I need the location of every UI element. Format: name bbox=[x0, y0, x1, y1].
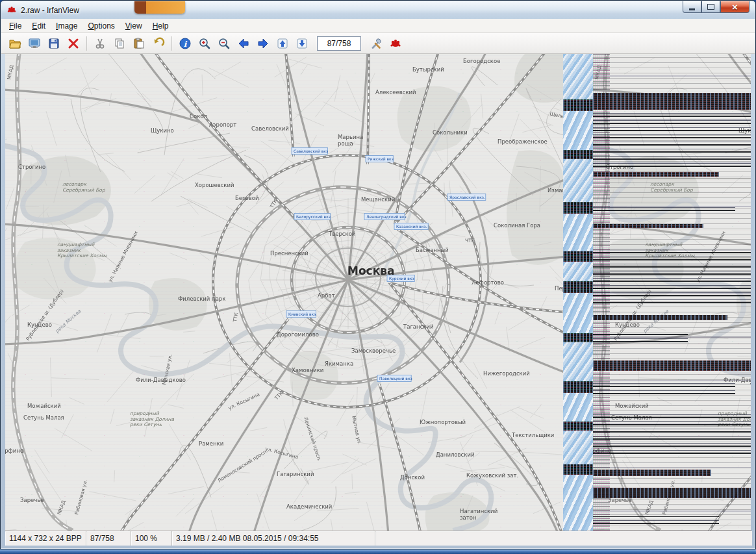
prev-image-icon bbox=[237, 37, 250, 50]
glitch-stripe-segment bbox=[563, 293, 593, 333]
windows-taskbar-edge[interactable] bbox=[0, 549, 756, 554]
glitch-noise-segment bbox=[563, 381, 593, 393]
delete-button[interactable] bbox=[64, 34, 83, 52]
glitch-noise-segment bbox=[563, 464, 593, 475]
glitch-noise-segment bbox=[563, 281, 593, 293]
status-bar: 1144 x 732 x 24 BPP 87/758 100 % 3.19 MB… bbox=[5, 531, 752, 546]
next-page-icon bbox=[296, 37, 309, 50]
glitch-noise-segment bbox=[563, 202, 593, 214]
glitch-stripe-segment bbox=[563, 475, 593, 531]
zoom-in-button[interactable] bbox=[195, 34, 214, 52]
delete-icon bbox=[67, 37, 80, 50]
maximize-button[interactable] bbox=[701, 1, 720, 13]
close-button[interactable]: × bbox=[720, 1, 750, 13]
about-irfanview-button[interactable] bbox=[386, 34, 405, 52]
glitch-noise-segment bbox=[563, 422, 593, 431]
glitch-stripe-segment bbox=[563, 342, 593, 381]
title-bar[interactable]: 2.raw - IrfanView × bbox=[1, 1, 755, 19]
glitch-stripe-segment bbox=[563, 214, 593, 251]
status-file-index: 87/758 bbox=[86, 531, 131, 546]
glitch-noise-segment bbox=[563, 99, 593, 111]
toolbar-separator bbox=[86, 36, 87, 51]
glitch-stripe-segment bbox=[563, 262, 593, 281]
settings-icon bbox=[370, 37, 383, 50]
menu-file[interactable]: File bbox=[4, 20, 27, 32]
menu-image[interactable]: Image bbox=[51, 20, 82, 32]
minimize-icon bbox=[689, 8, 695, 10]
slideshow-icon bbox=[28, 37, 41, 50]
status-image-info: 1144 x 732 x 24 BPP bbox=[5, 531, 86, 546]
zoom-in-icon bbox=[198, 37, 211, 50]
minimize-button[interactable] bbox=[683, 1, 701, 13]
prev-page-button[interactable] bbox=[273, 34, 292, 52]
close-icon: × bbox=[732, 2, 738, 12]
toolbar: i bbox=[1, 33, 755, 54]
window-controls: × bbox=[683, 1, 750, 13]
zoom-out-button[interactable] bbox=[214, 34, 234, 52]
info-icon: i bbox=[179, 37, 192, 50]
prev-page-icon bbox=[276, 37, 289, 50]
next-image-icon bbox=[257, 37, 270, 50]
status-zoom-level: 100 % bbox=[131, 531, 172, 546]
corrupted-raw-image: БутырскийБогородскоеАлексеевскийСоколАэр… bbox=[5, 54, 751, 531]
settings-button[interactable] bbox=[366, 34, 386, 52]
menu-bar: File Edit Image Options View Help bbox=[1, 19, 755, 33]
irfanview-window: 2.raw - IrfanView × File Edit Image Opti… bbox=[0, 0, 756, 549]
save-button[interactable] bbox=[44, 34, 64, 52]
status-file-size-date: 3.19 MB / 2.40 MB 08.05.2015 / 09:34:55 bbox=[172, 531, 375, 546]
menu-view[interactable]: View bbox=[120, 20, 147, 32]
copy-icon bbox=[113, 37, 126, 50]
next-page-button[interactable] bbox=[292, 34, 312, 52]
menu-help[interactable]: Help bbox=[147, 20, 174, 32]
status-filler bbox=[375, 531, 752, 546]
corrupted-duplicate-region bbox=[581, 54, 751, 531]
cut-button[interactable] bbox=[90, 34, 110, 52]
glitch-stripe-segment bbox=[563, 159, 593, 202]
irfanview-logo-icon bbox=[6, 5, 17, 15]
menu-options[interactable]: Options bbox=[82, 20, 120, 32]
undo-button[interactable] bbox=[149, 34, 168, 52]
cut-icon bbox=[94, 37, 107, 50]
zoom-out-icon bbox=[218, 37, 231, 50]
info-button[interactable]: i bbox=[175, 34, 195, 52]
glitch-noise-segment bbox=[563, 251, 593, 262]
paste-icon bbox=[132, 37, 145, 50]
background-window-peek bbox=[134, 1, 185, 14]
maximize-icon bbox=[707, 4, 714, 10]
about-irfanview-icon bbox=[389, 37, 402, 50]
copy-button[interactable] bbox=[110, 34, 129, 52]
window-title: 2.raw - IrfanView bbox=[21, 6, 79, 15]
open-folder-icon bbox=[8, 37, 21, 50]
save-icon bbox=[47, 37, 60, 50]
glitch-stripe-segment bbox=[563, 431, 593, 464]
paste-button[interactable] bbox=[129, 34, 149, 52]
next-image-button[interactable] bbox=[253, 34, 273, 52]
glitch-stripe-segment bbox=[563, 111, 593, 150]
corruption-strip bbox=[563, 54, 593, 531]
page-number-field[interactable] bbox=[317, 36, 361, 51]
glitch-noise-segment bbox=[563, 150, 593, 159]
open-folder-button[interactable] bbox=[5, 34, 25, 52]
glitch-stripe-segment bbox=[563, 54, 593, 99]
menu-edit[interactable]: Edit bbox=[27, 20, 51, 32]
slideshow-button[interactable] bbox=[25, 34, 44, 52]
toolbar-separator bbox=[171, 36, 172, 51]
image-viewport[interactable]: БутырскийБогородскоеАлексеевскийСоколАэр… bbox=[5, 54, 751, 531]
undo-icon bbox=[152, 37, 165, 50]
prev-image-button[interactable] bbox=[234, 34, 253, 52]
glitch-noise-segment bbox=[563, 333, 593, 342]
glitch-stripe-segment bbox=[563, 393, 593, 422]
